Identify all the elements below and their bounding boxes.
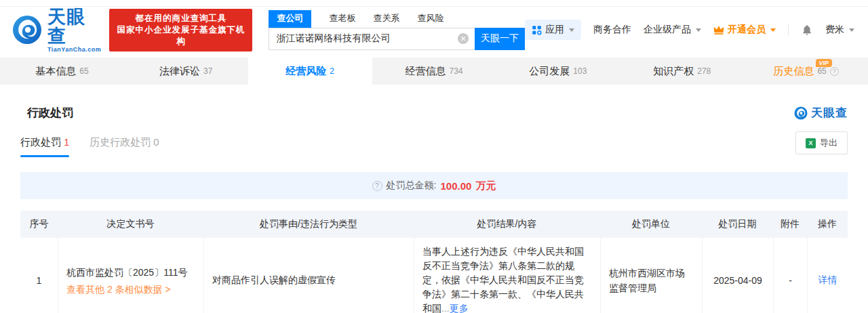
tab-count: 278 [697,66,711,76]
penalty-summary-bar: ? 处罚总金额: 100.00 万元 [20,172,848,199]
tab-count: 734 [449,66,462,76]
subtab-history-penalty[interactable]: 历史行政处罚0 [90,136,159,157]
tab-label: 经营风险 [285,65,326,78]
row-result-cell: 当事人上述行为违反《中华人民共和国反不正当竞争法》第八条第二款的规定，依据《中华… [414,238,600,313]
chevron-down-icon [569,28,574,32]
admin-penalty-section: 行政处罚 天眼查 行政处罚1 历史行政处罚0 X 导出 ? 处罚总金额: 100… [0,85,868,313]
row-index: 1 [20,238,58,313]
enterprise-product-label: 企业级产品 [644,24,691,36]
open-vip-label: 开通会员 [728,24,766,36]
apps-label: 应用 [545,24,564,36]
summary-amount: 100.00 [441,180,472,192]
search-button[interactable]: 天眼一下 [475,28,525,50]
tianyancha-swirl-icon [12,15,42,45]
tab-label: 经营信息 [405,65,446,78]
apps-menu[interactable]: 应用 [525,20,581,40]
chevron-down-icon [696,28,701,32]
tab-basic-info[interactable]: 基本信息 65 [0,58,124,85]
col-header-unit: 处罚单位 [600,218,702,230]
username: 费米 [825,24,844,36]
chevron-down-icon [849,28,854,32]
vip-badge: VIP [816,59,833,67]
subtab-label: 历史行政处罚 [90,136,151,148]
watermark-logo-text: 天眼查 [811,105,848,121]
row-reason: 对商品作引人误解的虚假宣传 [203,238,414,313]
col-header-attachment: 附件 [773,218,807,230]
search-tab-relation[interactable]: 查关系 [373,10,399,28]
search-input-box: ✕ [269,28,475,50]
tab-count: 65 [817,66,826,76]
tab-label: 知识产权 [653,65,694,78]
slogan-line1: 都在用的商业查询工具 [116,13,245,24]
row-doc-cell: 杭西市监处罚〔2025〕111号 查看其他 2 条相似数据 > [58,238,203,313]
section-title: 行政处罚 [20,105,73,121]
search-tab-risk[interactable]: 查风险 [417,10,443,28]
more-link[interactable]: 更多 [450,303,469,313]
col-header-date: 处罚日期 [702,218,773,230]
search-tab-boss[interactable]: 查老板 [329,10,355,28]
tab-legal-litigation[interactable]: 法律诉讼 37 [124,58,248,85]
col-header-reason: 处罚事由/违法行为类型 [203,218,414,230]
user-menu[interactable]: 费米 [825,24,854,36]
row-penalty-unit: 杭州市西湖区市场监督管理局 [600,238,702,313]
row-penalty-date: 2025-04-09 [702,238,773,313]
search-tabs: 查公司 查老板 查关系 查风险 [269,10,525,28]
slogan-banner: 都在用的商业查询工具 国家中小企业发展子基金旗下机构 [109,9,252,51]
search-bar: ✕ 天眼一下 [269,28,525,50]
search-input[interactable] [269,28,475,50]
notification-bell-icon[interactable] [801,24,813,36]
search-area: 查公司 查老板 查关系 查风险 ✕ 天眼一下 [269,10,525,50]
logo-subtitle: TianYanCha.com [47,46,101,53]
logo-title: 天眼查 [47,7,101,45]
header-nav: 应用 商务合作 企业级产品 开通会员 费米 [525,20,854,40]
col-header-doc-no: 决定文书号 [58,218,203,230]
grid-icon [532,25,542,35]
row-attachment: - [773,238,807,313]
enterprise-product-menu[interactable]: 企业级产品 [644,24,701,36]
top-strip [0,0,868,7]
summary-unit: 万元 [475,180,496,192]
logo-text: 天眼查 TianYanCha.com [47,7,101,53]
tab-label: 历史信息 [773,65,814,78]
similar-data-link[interactable]: 查看其他 2 条相似数据 > [66,283,195,296]
tab-label: 公司发展 [529,65,570,78]
subtab-admin-penalty[interactable]: 行政处罚1 [20,136,69,157]
help-icon[interactable]: ? [830,67,839,76]
export-button[interactable]: X 导出 [795,131,848,154]
section-watermark-logo: 天眼查 [794,105,848,121]
detail-link-text: 详情 [816,274,840,287]
tab-label: 法律诉讼 [159,65,200,78]
slogan-line2: 国家中小企业发展子基金旗下机构 [116,24,245,47]
subtab-row: 行政处罚1 历史行政处罚0 X 导出 [20,131,848,161]
tab-operation-info[interactable]: 经营信息 734 [372,58,496,85]
col-header-index: 序号 [20,218,58,230]
company-tabbar: 基本信息 65 法律诉讼 37 经营风险 2 经营信息 734 公司发展 103… [0,58,868,85]
tab-operation-risk[interactable]: 经营风险 2 [248,58,372,85]
export-label: 导出 [820,137,837,149]
business-cooperation-link[interactable]: 商务合作 [593,24,631,36]
subtab-label: 行政处罚 [20,136,61,148]
chevron-down-icon [770,28,776,32]
row-detail-link[interactable]: 详情 [807,238,848,313]
section-header: 行政处罚 天眼查 [20,105,848,121]
tab-company-development[interactable]: 公司发展 103 [496,58,620,85]
clear-search-icon[interactable]: ✕ [458,33,469,44]
result-text: 当事人上述行为违反《中华人民共和国反不正当竞争法》第八条第二款的规定，依据《中华… [422,245,592,313]
tab-intellectual-property[interactable]: 知识产权 278 [620,58,744,85]
crown-icon [713,25,724,35]
tab-count: 2 [330,66,334,76]
col-header-action: 操作 [807,218,848,230]
tianyancha-swirl-icon [794,106,808,120]
search-tab-company[interactable]: 查公司 [269,10,311,28]
col-header-result: 处罚结果/内容 [414,218,600,230]
doc-number: 杭西市监处罚〔2025〕111号 [66,265,195,280]
table-row: 1 杭西市监处罚〔2025〕111号 查看其他 2 条相似数据 > 对商品作引人… [20,238,848,313]
tianyancha-logo[interactable]: 天眼查 TianYanCha.com [12,7,101,53]
table-header-row: 序号 决定文书号 处罚事由/违法行为类型 处罚结果/内容 处罚单位 处罚日期 附… [20,211,848,238]
tab-history-info[interactable]: VIP 历史信息 65 ? [744,58,868,85]
help-icon[interactable]: ? [372,181,382,191]
subtab-count: 0 [153,136,159,148]
open-vip-menu[interactable]: 开通会员 [713,24,776,36]
nav-divider [788,24,789,35]
tab-count: 37 [203,66,212,76]
